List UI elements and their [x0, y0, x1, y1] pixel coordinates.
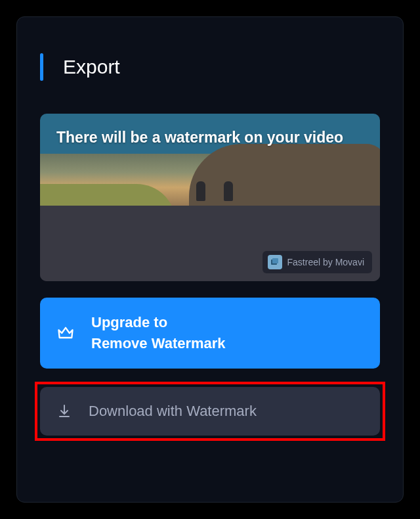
watermark-badge: Fastreel by Movavi [262, 251, 372, 273]
upgrade-line2: Remove Watermark [91, 335, 226, 351]
upgrade-button-label: Upgrade to Remove Watermark [91, 312, 364, 354]
fastreel-logo-icon [268, 255, 282, 269]
download-with-watermark-button[interactable]: Download with Watermark [40, 387, 380, 436]
export-panel: Export There will be a watermark on your… [16, 16, 404, 503]
accent-bar [40, 53, 43, 81]
watermark-notice-text: There will be a watermark on your video [56, 127, 364, 148]
preview-scenery [196, 181, 205, 201]
upgrade-button[interactable]: Upgrade to Remove Watermark [40, 298, 380, 369]
svg-rect-1 [272, 258, 278, 263]
crown-icon [56, 324, 75, 342]
preview-scenery [224, 181, 233, 201]
highlighted-area: Download with Watermark [35, 382, 385, 441]
video-preview-thumbnail: There will be a watermark on your video … [40, 114, 380, 281]
page-title: Export [63, 56, 120, 78]
download-icon [56, 403, 72, 419]
download-button-label: Download with Watermark [89, 403, 364, 420]
upgrade-line1: Upgrade to [91, 314, 167, 330]
watermark-badge-text: Fastreel by Movavi [287, 257, 364, 267]
panel-header: Export [40, 53, 380, 81]
